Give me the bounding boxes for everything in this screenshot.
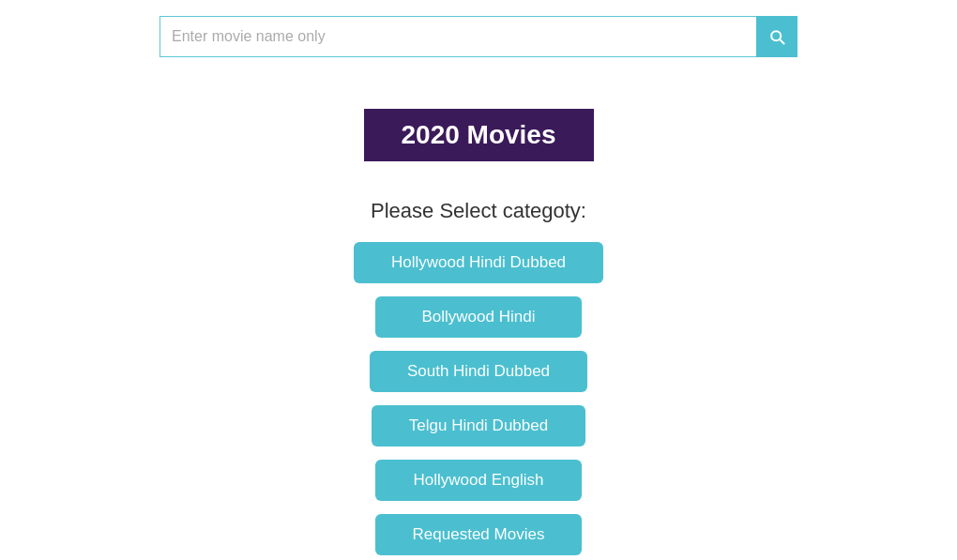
- search-input[interactable]: [160, 16, 756, 57]
- category-button-3[interactable]: Telgu Hindi Dubbed: [372, 405, 585, 446]
- category-button-1[interactable]: Bollywood Hindi: [375, 296, 582, 338]
- category-button-2[interactable]: South Hindi Dubbed: [370, 351, 587, 392]
- search-icon: [767, 27, 786, 46]
- page-title: 2020 Movies: [364, 109, 594, 161]
- categories-container: Hollywood Hindi DubbedBollywood HindiSou…: [354, 242, 603, 555]
- search-container: [160, 16, 798, 57]
- category-button-4[interactable]: Hollywood English: [375, 460, 582, 501]
- category-button-5[interactable]: Requested Movies: [375, 514, 583, 555]
- category-button-0[interactable]: Hollywood Hindi Dubbed: [354, 242, 603, 283]
- category-label: Please Select categoty:: [371, 199, 586, 223]
- search-button[interactable]: [756, 16, 798, 57]
